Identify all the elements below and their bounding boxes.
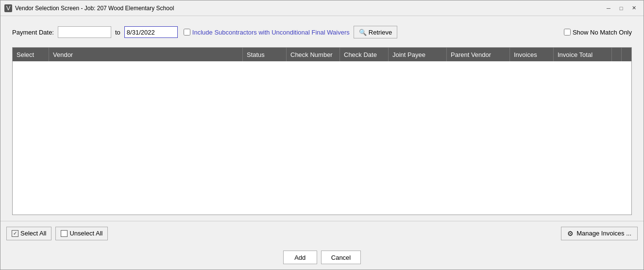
select-all-button[interactable]: ✓ Select All (6, 227, 51, 240)
action-footer: Add Cancel (0, 245, 644, 270)
bottom-bar: ✓ Select All Unselect All ⚙ Manage Invoi… (0, 221, 644, 245)
col-header-vendor: Vendor (49, 48, 243, 61)
retrieve-button[interactable]: 🔍 Retrieve (354, 26, 397, 38)
table-body (13, 61, 631, 215)
search-icon: 🔍 (359, 29, 367, 36)
show-no-match-checkbox-label[interactable]: Show No Match Only (564, 29, 632, 36)
unselect-all-checkbox-icon (61, 230, 68, 237)
show-no-match-label: Show No Match Only (573, 29, 632, 36)
col-header-extra2 (622, 48, 631, 61)
col-header-joint-payee: Joint Payee (389, 48, 447, 61)
payment-date-label: Payment Date: (12, 29, 54, 36)
title-bar-left: V Vendor Selection Screen - Job: 207 Woo… (4, 4, 174, 12)
maximize-button[interactable]: □ (615, 3, 627, 13)
include-subcontractors-label: Include Subcontractors with Unconditiona… (192, 29, 350, 36)
col-header-check-date: Check Date (340, 48, 389, 61)
col-header-select: Select (13, 48, 49, 61)
title-bar-controls: ─ □ ✕ (603, 3, 640, 13)
table-header: Select Vendor Status Check Number Check … (13, 48, 631, 61)
payment-date-from-input[interactable] (58, 26, 111, 38)
include-subcontractors-checkbox-label[interactable]: Include Subcontractors with Unconditiona… (184, 29, 350, 36)
col-header-check-number: Check Number (287, 48, 340, 61)
col-header-status: Status (243, 48, 287, 61)
payment-date-to-input[interactable] (124, 26, 178, 38)
toolbar: Payment Date: to Include Subcontractors … (6, 22, 638, 42)
unselect-all-label: Unselect All (69, 230, 102, 237)
main-window: V Vendor Selection Screen - Job: 207 Woo… (0, 0, 644, 270)
main-content: Payment Date: to Include Subcontractors … (0, 16, 644, 221)
vendor-table-container: Select Vendor Status Check Number Check … (12, 47, 632, 215)
date-separator: to (115, 29, 120, 36)
col-header-parent-vendor: Parent Vendor (447, 48, 510, 61)
include-subcontractors-checkbox[interactable] (184, 29, 190, 36)
col-header-extra1 (612, 48, 622, 61)
window-title: Vendor Selection Screen - Job: 207 Wood … (15, 5, 174, 12)
select-all-label: Select All (20, 230, 46, 237)
show-no-match-checkbox[interactable] (564, 29, 571, 36)
col-header-invoices: Invoices (510, 48, 554, 61)
gear-icon: ⚙ (567, 230, 574, 237)
select-all-checkbox-icon: ✓ (12, 230, 18, 237)
add-button[interactable]: Add (283, 251, 317, 264)
cancel-button[interactable]: Cancel (321, 251, 361, 264)
col-header-invoice-total: Invoice Total (554, 48, 612, 61)
manage-invoices-button[interactable]: ⚙ Manage Invoices ... (561, 227, 638, 240)
minimize-button[interactable]: ─ (603, 3, 614, 13)
retrieve-label: Retrieve (369, 29, 392, 36)
close-button[interactable]: ✕ (628, 3, 640, 13)
title-bar: V Vendor Selection Screen - Job: 207 Woo… (0, 0, 644, 16)
manage-invoices-label: Manage Invoices ... (576, 230, 631, 237)
unselect-all-button[interactable]: Unselect All (55, 227, 108, 240)
app-icon: V (4, 4, 12, 12)
